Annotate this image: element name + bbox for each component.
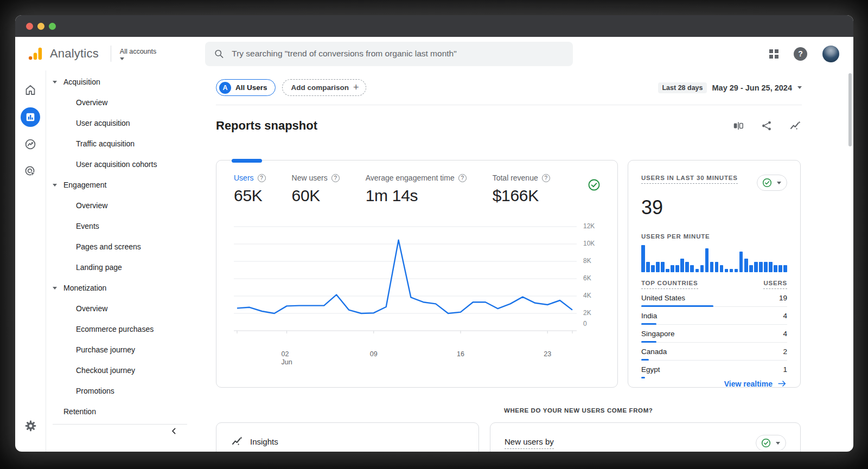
nav-rail [15,70,46,452]
per-minute-bar [730,269,733,272]
date-range-picker[interactable]: Last 28 days May 29 - Jun 25, 2024 [658,82,802,93]
share-icon [761,120,773,132]
per-minute-bar [695,269,699,272]
account-switcher[interactable]: All accounts [120,48,156,60]
sidebar-item-checkout-journey[interactable]: Checkout journey [46,360,196,381]
rail-item-admin[interactable] [21,416,40,435]
analytics-home-link[interactable]: Analytics [23,46,103,62]
rail-item-home[interactable] [21,80,40,100]
window-minimize-button[interactable] [37,23,44,30]
new-users-card: New users by [490,422,801,452]
main-panel: A All Users Add comparison + Last 28 day… [196,70,853,452]
share-report-button[interactable] [761,120,773,132]
sidebar-item-traffic-acquisition[interactable]: Traffic acquisition [46,133,196,154]
rail-item-reports[interactable] [21,107,40,127]
country-bar-track [641,341,787,343]
sidebar-item-purchase-journey[interactable]: Purchase journey [46,339,196,360]
home-icon [24,83,37,97]
window-zoom-button[interactable] [49,23,56,30]
rail-item-advertising[interactable] [21,162,40,181]
metric-tab-total-revenue[interactable]: Total revenue?$166K [493,174,550,205]
vertical-scrollbar-thumb[interactable] [848,73,852,146]
sidebar-item-ecommerce-purchases[interactable]: Ecommerce purchases [46,319,196,339]
top-countries-header-row: TOP COUNTRIES USERS [641,280,787,289]
per-minute-bar [666,269,669,272]
view-realtime-link[interactable]: View realtime [641,378,787,389]
sidebar-item-promotions[interactable]: Promotions [46,381,196,401]
chevron-left-icon [170,427,178,435]
sidebar-item-label: Checkout journey [76,366,135,375]
bar-chart-icon [24,111,36,123]
help-icon[interactable]: ? [794,47,807,61]
sidebar-item-user-acquisition-cohorts[interactable]: User acquisition cohorts [46,154,196,175]
realtime-quality-dropdown[interactable] [757,175,787,191]
sidebar-item-acquisition[interactable]: Acquisition [46,72,196,92]
sidebar-item-pages-and-screens[interactable]: Pages and screens [46,236,196,257]
help-circle-icon[interactable]: ? [331,174,340,182]
window-close-button[interactable] [26,23,33,30]
sidebar-item-user-acquisition[interactable]: User acquisition [46,113,196,133]
country-bar-track [641,377,787,378]
data-quality-icon[interactable] [587,174,601,194]
help-circle-icon[interactable]: ? [458,174,467,182]
chevron-down-icon [797,86,802,89]
analytics-app-window: Analytics All accounts ? [15,15,853,452]
chevron-down-icon [53,287,57,290]
per-minute-bar [651,265,655,272]
sidebar-item-retention[interactable]: Retention [46,401,196,422]
bottom-cards-row: Insights WHERE DO YOUR NEW USERS COME FR… [216,407,802,452]
help-circle-icon[interactable]: ? [258,174,266,182]
sidebar-item-overview[interactable]: Overview [46,298,196,319]
sidebar-item-events[interactable]: Events [46,216,196,236]
metric-value: 65K [234,187,266,205]
country-bar [641,323,656,325]
search-input[interactable] [232,49,564,59]
analytics-logo-icon [27,46,43,62]
chevron-down-icon [53,81,57,83]
new-users-by-label[interactable]: New users by [505,437,554,449]
users-line-chart: 12K10K8K6K4K2K0 [234,219,601,347]
sidebar-item-overview[interactable]: Overview [46,92,196,113]
sidebar-item-landing-page[interactable]: Landing page [46,257,196,278]
apps-grid-icon[interactable] [769,49,778,59]
new-users-quality-dropdown[interactable] [756,435,786,451]
comparison-icon [732,120,744,132]
metric-tab-new-users[interactable]: New users?60K [292,174,340,205]
sidebar-nav-list: AcquisitionOverviewUser acquisitionTraff… [46,72,196,425]
y-tick-label: 12K [583,222,595,230]
app-header: Analytics All accounts ? [15,37,853,70]
compare-reports-button[interactable] [732,120,744,132]
metric-label: Average engagement time [366,174,455,182]
brand-name: Analytics [50,47,99,61]
search-bar[interactable] [205,42,573,66]
chevron-down-icon [53,184,57,187]
sidebar-item-label: Purchase journey [76,345,135,354]
sidebar-item-engagement[interactable]: Engagement [46,175,196,195]
country-row-united-states: United States19 [641,294,787,307]
gear-icon [24,419,37,433]
all-users-chip[interactable]: A All Users [216,79,276,96]
metric-tab-users[interactable]: Users?65K [234,174,266,205]
per-minute-bar [720,265,724,272]
avatar[interactable] [822,46,839,62]
arrow-right-icon [777,378,787,389]
sidebar-item-overview[interactable]: Overview [46,195,196,216]
add-comparison-button[interactable]: Add comparison + [282,79,366,96]
metric-tab-average-engagement-time[interactable]: Average engagement time?1m 14s [366,174,467,205]
sidebar-collapse-button[interactable] [170,427,178,438]
country-bar-track [641,323,787,325]
metric-value: 60K [292,187,340,205]
line-chart-plot [234,219,577,347]
sidebar-item-label: Monetization [63,284,106,292]
insights-button[interactable] [789,119,802,132]
sidebar-item-monetization[interactable]: Monetization [46,278,196,298]
metric-label: Total revenue [493,174,538,182]
search-icon [214,48,224,59]
country-bar [641,341,656,343]
per-minute-bar [778,265,782,272]
per-minute-bar [749,265,753,272]
help-circle-icon[interactable]: ? [542,174,550,182]
sidebar-item-label: Acquisition [63,78,100,86]
insights-header[interactable]: Insights [231,435,278,448]
rail-item-explore[interactable] [21,134,40,154]
